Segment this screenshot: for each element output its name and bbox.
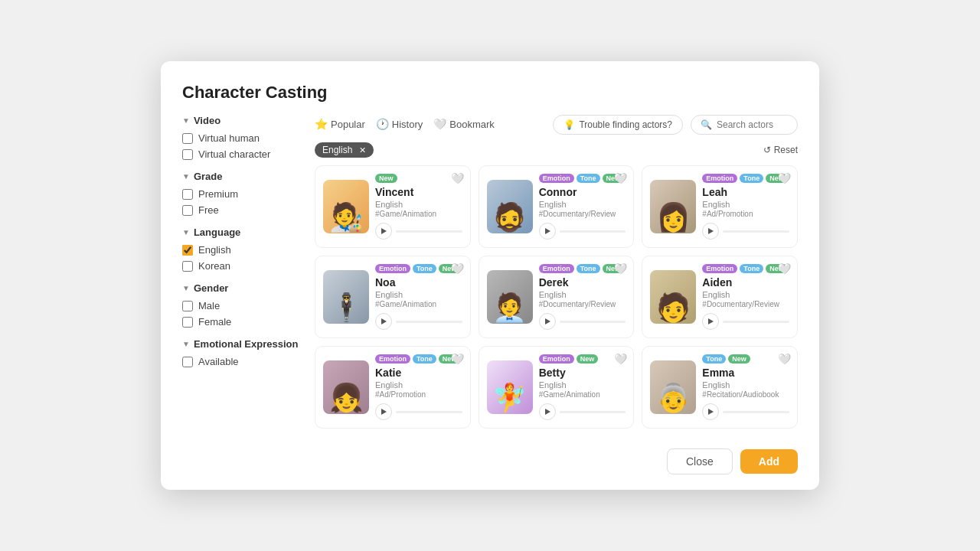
actor-info-emma: ToneNewEmmaEnglish#Recitation/Audiobook [702, 354, 789, 420]
actor-avatar-katie: 👧 [323, 360, 369, 414]
actor-play-button[interactable] [375, 403, 392, 420]
actor-inline-tags: EmotionToneNew [539, 174, 626, 183]
search-input[interactable] [717, 119, 788, 130]
filter-option-label: English [198, 244, 231, 256]
actor-player [539, 313, 626, 330]
filter-section-header[interactable]: ▼Language [182, 227, 301, 238]
actor-tag-inline-emotion: Emotion [375, 354, 410, 364]
filter-section-video: ▼VideoVirtual humanVirtual character [182, 115, 301, 160]
actor-card-leah[interactable]: 👩EmotionToneNewLeahEnglish#Ad/Promotion🤍 [642, 165, 798, 248]
actor-heart-button[interactable]: 🤍 [614, 172, 627, 184]
active-filter-tag[interactable]: English ✕ [315, 142, 374, 158]
filter-section-label: Video [194, 115, 220, 126]
filter-section-header[interactable]: ▼Video [182, 115, 301, 126]
filter-option-virtual-human[interactable]: Virtual human [182, 132, 301, 144]
trouble-finding-button[interactable]: 💡 Trouble finding actors? [553, 115, 683, 135]
filter-checkbox[interactable] [182, 317, 193, 328]
tab-popular[interactable]: ⭐Popular [315, 118, 365, 132]
actor-inline-tags: ToneNew [702, 354, 789, 364]
filter-option-korean[interactable]: Korean [182, 260, 301, 272]
actor-tag-inline-tone: Tone [413, 264, 436, 273]
actor-heart-button[interactable]: 🤍 [614, 262, 627, 275]
actor-tag-inline-emotion: Emotion [375, 264, 410, 273]
actor-play-button[interactable] [375, 223, 392, 240]
actor-progress-bar [560, 230, 626, 233]
actor-name: Vincent [375, 186, 462, 198]
filter-section-header[interactable]: ▼Gender [182, 282, 301, 294]
avatar-figure: 👧 [323, 360, 369, 414]
actor-card-katie[interactable]: 👧EmotionToneNewKatieEnglish#Ad/Promotion… [315, 346, 471, 429]
actor-heart-button[interactable]: 🤍 [451, 262, 464, 275]
actor-heart-button[interactable]: 🤍 [451, 353, 464, 365]
top-bar: ⭐Popular🕐History🤍Bookmark 💡 Trouble find… [315, 115, 798, 135]
filter-checkbox[interactable] [182, 261, 193, 272]
actor-lang: English [375, 290, 462, 299]
actor-card-emma[interactable]: 👵ToneNewEmmaEnglish#Recitation/Audiobook… [642, 346, 798, 429]
actor-lang: English [702, 380, 789, 390]
top-right: 💡 Trouble finding actors? 🔍 [553, 115, 798, 135]
actor-play-button[interactable] [702, 403, 719, 420]
filter-option-available[interactable]: Available [182, 356, 301, 367]
filter-checkbox[interactable] [182, 357, 193, 367]
reset-button[interactable]: ↺ Reset [763, 145, 798, 155]
actor-heart-button[interactable]: 🤍 [614, 353, 627, 365]
filter-option-english[interactable]: English [182, 244, 301, 256]
filter-checkbox[interactable] [182, 189, 193, 200]
filter-option-virtual-character[interactable]: Virtual character [182, 148, 301, 160]
filter-checkbox[interactable] [182, 205, 193, 216]
avatar-figure: 👩 [650, 180, 696, 233]
actor-card-vincent[interactable]: 🧑‍🎨NewVincentEnglish#Game/Animation🤍 [315, 165, 471, 248]
filter-option-premium[interactable]: Premium [182, 188, 301, 200]
filter-checkbox[interactable] [182, 133, 193, 144]
actor-tag-inline-new-green: New [577, 354, 599, 364]
actor-player [375, 223, 462, 240]
search-box[interactable]: 🔍 [691, 115, 798, 135]
actor-heart-button[interactable]: 🤍 [778, 172, 791, 184]
actor-card-betty[interactable]: 🧚EmotionNewBettyEnglish#Game/Animation🤍 [479, 346, 635, 429]
filter-section-header[interactable]: ▼Grade [182, 171, 301, 182]
svg-marker-1 [545, 228, 550, 234]
actor-heart-button[interactable]: 🤍 [778, 353, 791, 365]
tab-history[interactable]: 🕐History [376, 118, 423, 132]
filter-checkbox[interactable] [182, 245, 193, 256]
actor-play-button[interactable] [702, 313, 719, 330]
svg-marker-7 [545, 409, 550, 415]
actor-progress-bar [560, 411, 626, 413]
svg-marker-4 [545, 318, 550, 324]
filter-option-male[interactable]: Male [182, 300, 301, 311]
svg-marker-2 [708, 228, 714, 234]
actor-tag-inline-tone: Tone [740, 174, 763, 183]
tab-label: Popular [331, 119, 365, 130]
filter-option-female[interactable]: Female [182, 316, 301, 328]
actor-play-button[interactable] [539, 223, 556, 240]
actor-inline-tags: EmotionToneNew [375, 264, 462, 273]
filter-section-header[interactable]: ▼Emotional Expression [182, 338, 301, 350]
actor-card-derek[interactable]: 🧑‍💼EmotionToneNewDerekEnglish#Documentar… [479, 256, 635, 338]
chevron-icon: ▼ [182, 340, 190, 348]
actor-tag-inline-tone: Tone [577, 264, 600, 273]
close-button[interactable]: Close [667, 448, 733, 474]
actor-play-button[interactable] [375, 313, 392, 330]
main-content: ⭐Popular🕐History🤍Bookmark 💡 Trouble find… [315, 115, 798, 436]
actor-category-tag: #Documentary/Review [539, 210, 626, 218]
remove-filter-icon[interactable]: ✕ [359, 145, 366, 155]
actor-play-button[interactable] [702, 223, 719, 240]
add-button[interactable]: Add [740, 449, 798, 474]
svg-marker-3 [381, 318, 387, 324]
actor-card-connor[interactable]: 🧔EmotionToneNewConnorEnglish#Documentary… [479, 165, 635, 248]
modal-title: Character Casting [182, 83, 798, 103]
actor-play-button[interactable] [539, 403, 556, 420]
filter-checkbox[interactable] [182, 301, 193, 311]
actor-tag-inline-tone: Tone [413, 354, 436, 364]
actor-card-aiden[interactable]: 🧑EmotionToneNewAidenEnglish#Documentary/… [642, 256, 798, 338]
filter-checkbox[interactable] [182, 149, 193, 160]
actor-card-noa[interactable]: 🕴️EmotionToneNewNoaEnglish#Game/Animatio… [315, 256, 471, 338]
tab-bookmark[interactable]: 🤍Bookmark [433, 118, 495, 132]
filter-option-free[interactable]: Free [182, 204, 301, 216]
actor-heart-button[interactable]: 🤍 [451, 172, 464, 184]
actor-play-button[interactable] [539, 313, 556, 330]
actor-heart-button[interactable]: 🤍 [778, 262, 791, 275]
actor-name: Emma [702, 367, 789, 379]
actor-name: Noa [375, 276, 462, 289]
actor-name: Connor [539, 186, 626, 198]
